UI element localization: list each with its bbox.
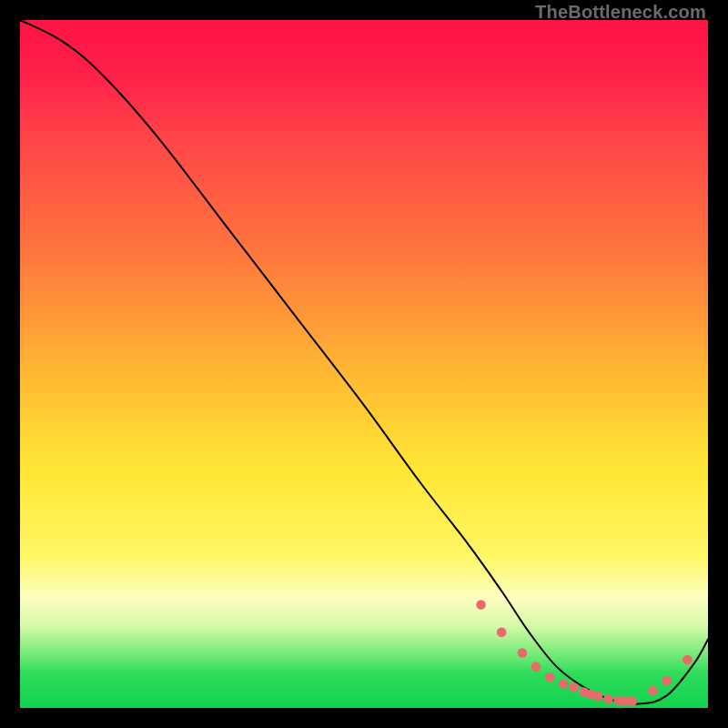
chart-svg [20, 20, 708, 708]
marker-point [518, 648, 528, 658]
plot-area [20, 20, 708, 708]
marker-point [628, 696, 638, 706]
marker-point [531, 662, 541, 672]
marker-point [545, 672, 555, 682]
marker-point [476, 600, 486, 610]
marker-point [682, 655, 693, 665]
marker-point [569, 682, 579, 693]
bottleneck-curve [20, 20, 708, 704]
marker-point [662, 675, 672, 685]
marker-point [497, 628, 507, 638]
marker-points [476, 600, 692, 705]
marker-point [559, 679, 569, 689]
marker-point [593, 692, 603, 702]
marker-point [648, 686, 658, 696]
chart-stage: TheBottleneck.com [0, 0, 728, 728]
marker-point [603, 694, 613, 704]
